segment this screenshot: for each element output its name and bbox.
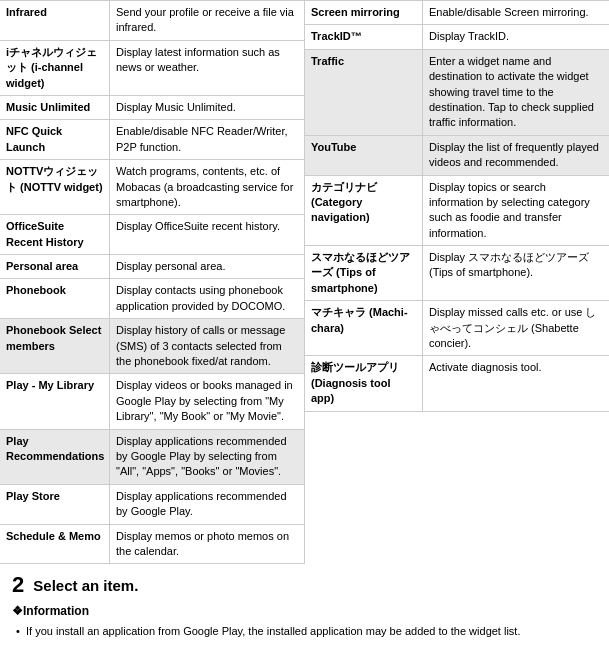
table-row: PhonebookDisplay contacts using phoneboo… bbox=[0, 279, 304, 319]
cell-value: Display the list of frequently played vi… bbox=[423, 136, 609, 175]
step-text: Select an item. bbox=[33, 577, 138, 594]
cell-value: Display Music Unlimited. bbox=[110, 96, 304, 119]
cell-label: Play Store bbox=[0, 485, 110, 524]
table-row: Screen mirroringEnable/disable Screen mi… bbox=[305, 1, 609, 25]
cell-label: Phonebook bbox=[0, 279, 110, 318]
cell-value: Display applications recommended by Goog… bbox=[110, 485, 304, 524]
bullet-list: If you install an application from Googl… bbox=[12, 622, 597, 645]
cell-value: Display missed calls etc. or use しゃべってコン… bbox=[423, 301, 609, 355]
cell-label: マチキャラ (Machi-chara) bbox=[305, 301, 423, 355]
table-row: Phonebook Select membersDisplay history … bbox=[0, 319, 304, 374]
cell-value: Display applications recommended by Goog… bbox=[110, 430, 304, 484]
cell-value: Display latest information such as news … bbox=[110, 41, 304, 95]
cell-label: Music Unlimited bbox=[0, 96, 110, 119]
cell-value: Display topics or search information by … bbox=[423, 176, 609, 246]
bottom-section: 2 Select an item. ❖Information If you in… bbox=[0, 564, 609, 645]
table-row: Personal areaDisplay personal area. bbox=[0, 255, 304, 279]
cell-value: Display history of calls or message (SMS… bbox=[110, 319, 304, 373]
table-row: YouTubeDisplay the list of frequently pl… bbox=[305, 136, 609, 176]
cell-value: Send your profile or receive a file via … bbox=[110, 1, 304, 40]
step-number: 2 bbox=[12, 572, 24, 598]
cell-label: Personal area bbox=[0, 255, 110, 278]
cell-label: スマホなるほどツアーズ (Tips of smartphone) bbox=[305, 246, 423, 300]
bullet-item: If you install an application from Googl… bbox=[16, 622, 597, 641]
cell-value: Display スマホなるほどツアーズ (Tips of smartphone)… bbox=[423, 246, 609, 300]
cell-label: OfficeSuite Recent History bbox=[0, 215, 110, 254]
table-row: Music UnlimitedDisplay Music Unlimited. bbox=[0, 96, 304, 120]
cell-label: Schedule & Memo bbox=[0, 525, 110, 564]
cell-label: Play Recommendations bbox=[0, 430, 110, 484]
cell-value: Display contacts using phonebook applica… bbox=[110, 279, 304, 318]
cell-value: Enable/disable NFC Reader/Writer, P2P fu… bbox=[110, 120, 304, 159]
main-table: InfraredSend your profile or receive a f… bbox=[0, 0, 609, 564]
table-row: TrafficEnter a widget name and destinati… bbox=[305, 50, 609, 136]
cell-value: Display videos or books managed in Googl… bbox=[110, 374, 304, 428]
table-row: Play StoreDisplay applications recommend… bbox=[0, 485, 304, 525]
cell-label: カテゴリナビ (Category navigation) bbox=[305, 176, 423, 246]
cell-value: Watch programs, contents, etc. of Mobaca… bbox=[110, 160, 304, 214]
cell-label: NOTTVウィジェット (NOTTV widget) bbox=[0, 160, 110, 214]
cell-label: Traffic bbox=[305, 50, 423, 135]
table-row: Play RecommendationsDisplay applications… bbox=[0, 430, 304, 485]
table-row: NOTTVウィジェット (NOTTV widget)Watch programs… bbox=[0, 160, 304, 215]
table-row: iチャネルウィジェット (i-channel widget)Display la… bbox=[0, 41, 304, 96]
cell-label: 診断ツールアプリ (Diagnosis tool app) bbox=[305, 356, 423, 410]
table-row: スマホなるほどツアーズ (Tips of smartphone)Display … bbox=[305, 246, 609, 301]
right-column: Screen mirroringEnable/disable Screen mi… bbox=[305, 1, 609, 564]
cell-label: TrackID™ bbox=[305, 25, 423, 48]
table-row: マチキャラ (Machi-chara)Display missed calls … bbox=[305, 301, 609, 356]
table-row: InfraredSend your profile or receive a f… bbox=[0, 1, 304, 41]
cell-label: Phonebook Select members bbox=[0, 319, 110, 373]
cell-value: Activate diagnosis tool. bbox=[423, 356, 609, 410]
cell-label: Screen mirroring bbox=[305, 1, 423, 24]
step-line: 2 Select an item. bbox=[12, 572, 597, 598]
cell-value: Display TrackID. bbox=[423, 25, 609, 48]
cell-value: Display memos or photo memos on the cale… bbox=[110, 525, 304, 564]
cell-label: YouTube bbox=[305, 136, 423, 175]
table-row: Schedule & MemoDisplay memos or photo me… bbox=[0, 525, 304, 565]
table-row: Play - My LibraryDisplay videos or books… bbox=[0, 374, 304, 429]
table-row: カテゴリナビ (Category navigation)Display topi… bbox=[305, 176, 609, 247]
table-row: NFC Quick LaunchEnable/disable NFC Reade… bbox=[0, 120, 304, 160]
info-header: ❖Information bbox=[12, 604, 597, 618]
page-wrapper: InfraredSend your profile or receive a f… bbox=[0, 0, 609, 645]
cell-label: NFC Quick Launch bbox=[0, 120, 110, 159]
cell-value: Display personal area. bbox=[110, 255, 304, 278]
cell-value: Enter a widget name and destination to a… bbox=[423, 50, 609, 135]
cell-label: iチャネルウィジェット (i-channel widget) bbox=[0, 41, 110, 95]
cell-value: Display OfficeSuite recent history. bbox=[110, 215, 304, 254]
cell-label: Play - My Library bbox=[0, 374, 110, 428]
left-column: InfraredSend your profile or receive a f… bbox=[0, 1, 305, 564]
cell-label: Infrared bbox=[0, 1, 110, 40]
table-row: OfficeSuite Recent HistoryDisplay Office… bbox=[0, 215, 304, 255]
cell-value: Enable/disable Screen mirroring. bbox=[423, 1, 609, 24]
table-row: 診断ツールアプリ (Diagnosis tool app)Activate di… bbox=[305, 356, 609, 411]
table-row: TrackID™Display TrackID. bbox=[305, 25, 609, 49]
